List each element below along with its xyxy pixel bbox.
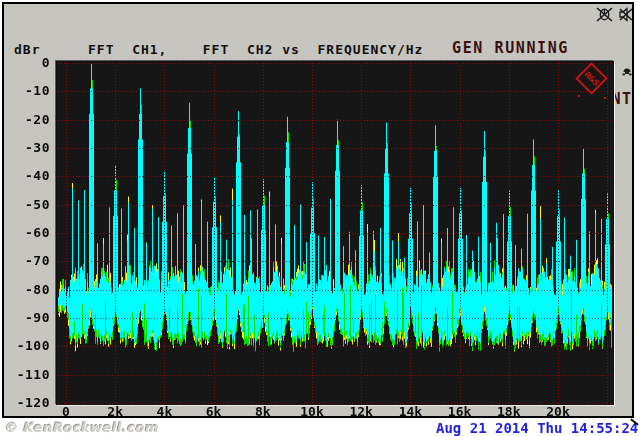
status-icons (596, 7, 634, 26)
status-generator: GEN RUNNING (452, 40, 633, 57)
mouse-disabled-icon (596, 7, 613, 26)
logo-corner-dot (604, 97, 606, 99)
fft-plot-canvas (57, 62, 613, 404)
y-axis-unit-label: dBr (14, 42, 40, 57)
rohde-schwarz-logo-text: R&S (583, 70, 601, 88)
pin-icon (621, 62, 633, 81)
fft-plot-area (56, 61, 614, 405)
watermark: © KenRockwell.com (4, 420, 158, 435)
datetime-display: Aug 21 2014 Thu 14:55:24 (436, 420, 638, 436)
plot-title: FFT CH1, FFT CH2 vs FREQUENCY/Hz (88, 42, 423, 57)
logo-corner-dot (578, 95, 580, 97)
analyzer-screen: GEN RUNNING ANL 1:CONT 2:CONT SWP OFF dB… (0, 0, 640, 436)
speaker-muted-icon (618, 7, 634, 26)
